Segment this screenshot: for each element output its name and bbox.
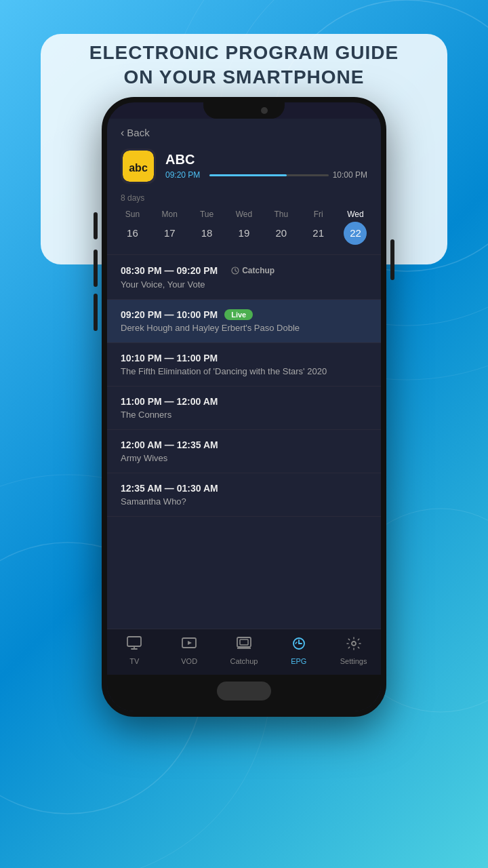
program-time-2: 09:20 PM — 10:00 PM	[121, 309, 218, 320]
mute-button	[94, 212, 98, 239]
program-time-row-3: 10:10 PM — 11:00 PM	[121, 353, 367, 363]
program-time-6: 12:35 AM — 01:30 AM	[121, 483, 218, 494]
catchup-icon	[231, 267, 239, 275]
nav-epg[interactable]: EPG	[279, 636, 319, 665]
time-current: 09:20 PM	[165, 170, 200, 180]
program-item-6[interactable]: 12:35 AM — 01:30 AM Samantha Who?	[107, 473, 381, 517]
svg-rect-9	[127, 637, 141, 646]
program-time-4: 11:00 PM — 12:00 AM	[121, 396, 218, 407]
day-wed2-active[interactable]: Wed 22	[340, 207, 371, 248]
program-item-2[interactable]: 09:20 PM — 10:00 PM Live Derek Hough and…	[107, 300, 381, 343]
header-section: ELECTRONIC PROGRAM GUIDE ON YOUR SMARTPH…	[89, 41, 399, 90]
back-button[interactable]: ‹ Back	[107, 119, 381, 143]
notch	[203, 102, 285, 119]
tv-icon	[126, 636, 142, 655]
day-fri[interactable]: Fri 21	[303, 207, 334, 248]
catchup-nav-icon	[236, 636, 252, 655]
days-label: 8 days	[107, 188, 381, 204]
day-sun[interactable]: Sun 16	[117, 207, 148, 248]
program-title-2: Derek Hough and Hayley Erbert's Paso Dob…	[121, 323, 367, 333]
nav-tv-label: TV	[129, 657, 139, 665]
phone-screen: ‹ Back abc ABC 09:20 PM	[107, 119, 381, 675]
progress-bar	[209, 174, 328, 176]
program-item-3[interactable]: 10:10 PM — 11:00 PM The Fifth Eliminatio…	[107, 343, 381, 387]
program-time-row-1: 08:30 PM — 09:20 PM Catchup	[121, 264, 367, 277]
title-line1: ELECTRONIC PROGRAM GUIDE	[89, 42, 399, 63]
nav-vod[interactable]: VOD	[169, 636, 209, 665]
vod-icon	[181, 636, 197, 655]
volume-up-button	[94, 250, 98, 287]
channel-name: ABC	[165, 152, 367, 167]
day-wed1[interactable]: Wed 19	[228, 207, 260, 248]
svg-point-18	[352, 642, 356, 646]
phone-frame: ‹ Back abc ABC 09:20 PM	[102, 97, 386, 717]
catchup-badge-1: Catchup	[224, 264, 281, 277]
bottom-navigation: TV VOD	[107, 629, 381, 675]
progress-fill	[209, 174, 287, 176]
svg-marker-13	[188, 641, 192, 645]
abc-logo-icon: abc	[123, 151, 154, 182]
day-tue[interactable]: Tue 18	[191, 207, 222, 248]
program-time-1: 08:30 PM — 09:20 PM	[121, 265, 218, 276]
nav-catchup[interactable]: Catchup	[224, 636, 264, 665]
svg-text:abc: abc	[129, 162, 148, 174]
day-thu[interactable]: Thu 20	[266, 207, 297, 248]
home-button[interactable]	[217, 682, 271, 701]
title-line2: ON YOUR SMARTPHONE	[123, 66, 364, 87]
channel-logo: abc	[121, 149, 156, 184]
time-end: 10:00 PM	[333, 170, 367, 180]
program-item-1[interactable]: 08:30 PM — 09:20 PM Catchup Your Voice, …	[107, 255, 381, 300]
program-time-3: 10:10 PM — 11:00 PM	[121, 353, 218, 363]
nav-vod-label: VOD	[181, 657, 197, 665]
svg-rect-16	[240, 639, 248, 645]
program-item-4[interactable]: 11:00 PM — 12:00 AM The Conners	[107, 387, 381, 430]
nav-catchup-label: Catchup	[230, 657, 258, 665]
program-title-3: The Fifth Elimination of 'Dancing with t…	[121, 366, 367, 376]
epg-icon	[291, 636, 307, 655]
front-camera	[261, 107, 268, 114]
program-title-6: Samantha Who?	[121, 496, 367, 507]
program-time-row-6: 12:35 AM — 01:30 AM	[121, 483, 367, 494]
svg-rect-14	[237, 637, 251, 647]
time-row: 09:20 PM 10:00 PM	[165, 170, 367, 180]
nav-settings[interactable]: Settings	[333, 636, 374, 665]
settings-icon	[346, 636, 362, 655]
program-time-5: 12:00 AM — 12:35 AM	[121, 439, 218, 450]
channel-header: abc ABC 09:20 PM 10:00 PM	[107, 143, 381, 188]
program-title-4: The Conners	[121, 410, 367, 420]
power-button	[390, 239, 394, 280]
nav-epg-label: EPG	[291, 657, 306, 665]
back-label: Back	[127, 127, 149, 138]
program-time-row-2: 09:20 PM — 10:00 PM Live	[121, 309, 367, 320]
nav-settings-label: Settings	[340, 657, 367, 665]
day-selector: Sun 16 Mon 17 Tue 18 Wed 19 Thu 20	[107, 204, 381, 255]
phone-mockup: ‹ Back abc ABC 09:20 PM	[102, 104, 386, 717]
program-title-1: Your Voice, Your Vote	[121, 279, 367, 290]
live-badge-2: Live	[224, 309, 253, 320]
program-time-row-4: 11:00 PM — 12:00 AM	[121, 396, 367, 407]
program-item-5[interactable]: 12:00 AM — 12:35 AM Army Wives	[107, 430, 381, 473]
volume-down-button	[94, 294, 98, 331]
nav-tv[interactable]: TV	[114, 636, 155, 665]
home-button-area	[107, 675, 381, 711]
program-list: 08:30 PM — 09:20 PM Catchup Your Voice, …	[107, 255, 381, 629]
program-time-row-5: 12:00 AM — 12:35 AM	[121, 439, 367, 450]
day-mon[interactable]: Mon 17	[154, 207, 185, 248]
back-chevron-icon: ‹	[121, 127, 124, 139]
channel-info: ABC 09:20 PM 10:00 PM	[165, 152, 367, 180]
program-title-5: Army Wives	[121, 453, 367, 463]
